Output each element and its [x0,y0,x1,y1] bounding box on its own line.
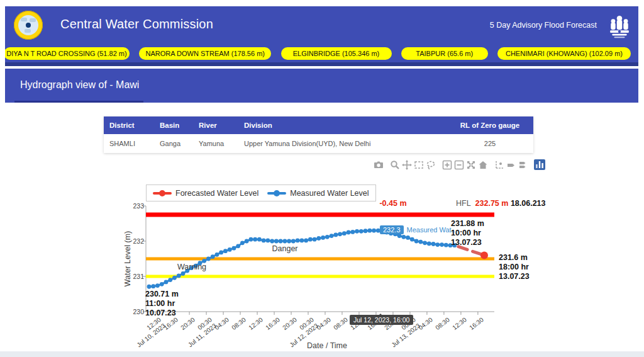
warning-label: Warning [167,263,217,271]
column-header: RL of Zero gauge [447,122,533,129]
table-cell: Ganga [154,140,193,147]
forecast-link[interactable]: 5 Day Advisory Flood Forecast [490,21,597,30]
axis-tooltip: Jul 12, 2023, 16:00 [350,315,413,325]
point-tooltip: 232.3 Measured Wat... [380,225,457,234]
ticker-item[interactable]: ELGINBRIDGE (105.346 m) [281,47,392,60]
sub-header-underline [14,101,143,103]
column-header: District [104,122,154,129]
station-table-header: DistrictBasinRiverDivisionRL of Zero gau… [104,116,533,134]
y-tick-label: 232 [116,237,144,245]
column-header: River [193,122,238,129]
chart-legend: Forecasted Water Level Measured Water Le… [146,184,376,201]
start-annotation: 230.71 m 11:00 hr 10.07.23 [145,290,179,318]
forecast-swatch-icon [153,190,172,196]
table-cell: Upper Yamuna Division(UYD), New Delhi [238,140,447,147]
sub-header: Hydrograph view of - Mawi [5,69,638,103]
hydrograph-chart: Forecasted Water Level Measured Water Le… [116,157,575,351]
ticker-item[interactable]: DIYA N T ROAD CROSSING (51.82 m) [5,47,130,60]
app-title: Central Water Commission [60,17,213,31]
station-ticker: DIYA N T ROAD CROSSING (51.82 m)NARORA D… [5,44,638,66]
table-cell: 225 [447,140,533,147]
legend-item-measured[interactable]: Measured Water Level [267,189,369,198]
table-cell: SHAMLI [104,140,154,147]
ticker-item[interactable]: NARORA DOWN STREAM (178.56 m) [139,47,271,60]
legend-item-forecasted[interactable]: Forecasted Water Level [153,189,258,198]
table-row: SHAMLIGangaYamunaUpper Yamuna Division(U… [104,134,533,153]
table-cell: Yamuna [193,140,238,147]
station-table: DistrictBasinRiverDivisionRL of Zero gau… [104,116,533,153]
ticker-item[interactable]: CHENIMARI (KHOWANG) (102.09 m) [497,47,631,60]
y-axis-title: Water Level (m) [123,205,132,312]
page-title: Hydrograph view of - Mawi [20,79,139,91]
hfl-annotation: HFL 232.75 m 18.06.213 [456,199,546,208]
page: Central Water Commission 5 Day Advisory … [0,0,644,357]
point-tooltip-value: 232.3 [380,225,404,234]
y-tick-label: 231 [116,273,144,280]
point-tooltip-trace: Measured Wat... [407,226,457,234]
cwc-logo-icon [14,11,43,40]
danger-label: Danger [260,244,310,253]
ticker-item[interactable]: TAIBPUR (65.6 m) [401,47,488,60]
column-header: Basin [154,122,193,129]
india-emblem-icon [608,11,631,42]
forecast-line [458,247,484,256]
y-tick-label: 233 [116,202,144,210]
footer-strip [0,351,644,357]
forecast-end-annotation: 231.6 m 18:00 hr 13.07.23 [499,253,530,281]
measured-swatch-icon [267,190,286,196]
column-header: Division [238,122,447,129]
forecast-end-point [480,251,488,259]
app-header: Central Water Commission 5 Day Advisory … [5,6,638,44]
y-tick-label: 230 [116,308,144,315]
delta-annotation: -0.45 m [365,199,421,208]
